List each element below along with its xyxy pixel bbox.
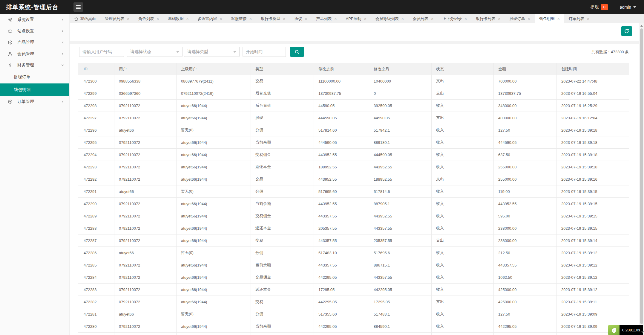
tab-label: APP滚动: [346, 16, 361, 22]
sidebar-item[interactable]: 产品管理: [0, 37, 69, 48]
table-row: 4722830792110072atuyet66(1944)返还本金17295.…: [78, 284, 629, 296]
tab-item[interactable]: 钱包明细×: [535, 14, 564, 23]
tab-item[interactable]: 提现订单×: [505, 14, 534, 23]
trace-widget[interactable]: 0.208110s: [608, 325, 643, 335]
close-icon[interactable]: ×: [305, 17, 307, 21]
close-icon[interactable]: ×: [464, 17, 467, 21]
refresh-button[interactable]: [621, 26, 632, 36]
tab-label: 提现订单: [509, 16, 525, 22]
table-cell: 444590.05: [494, 136, 557, 149]
table-cell: 205357.55: [369, 234, 432, 247]
close-icon[interactable]: ×: [587, 17, 589, 21]
tab-item[interactable]: 银行卡列表×: [471, 14, 505, 23]
close-icon[interactable]: ×: [528, 17, 530, 21]
table-row: 4722980792110072atuyet66(1944)后台充值44590.…: [78, 100, 629, 112]
table-cell: atuyet66: [114, 247, 177, 259]
close-icon[interactable]: ×: [127, 17, 129, 21]
close-icon[interactable]: ×: [364, 17, 367, 21]
tab-item[interactable]: 协议×: [290, 14, 312, 23]
close-icon[interactable]: ×: [401, 17, 404, 21]
status-select[interactable]: 请选择状态: [127, 47, 183, 57]
tab-home[interactable]: 我的桌面: [69, 14, 100, 23]
close-icon[interactable]: ×: [334, 17, 337, 21]
trace-caret-icon[interactable]: [641, 331, 644, 333]
tab-item[interactable]: APP滚动×: [341, 14, 371, 23]
table-cell: 返还本金: [251, 222, 314, 234]
table-cell: 425000.00: [494, 284, 557, 296]
cube-icon: [8, 40, 14, 45]
tab-item[interactable]: 客服链接×: [227, 14, 256, 23]
tab-item[interactable]: 上下分记录×: [438, 14, 471, 23]
table-cell: 暂无(0): [177, 308, 251, 320]
table-cell: 2023-07-19 15:39:14: [557, 234, 629, 247]
withdraw-count-badge[interactable]: 0: [601, 4, 608, 10]
tab-item[interactable]: 订单列表×: [564, 14, 594, 23]
sidebar: 系统设置站点设置产品管理会员管理财务管理提现订单钱包明细订单管理: [0, 14, 70, 335]
tab-item[interactable]: 角色列表×: [134, 14, 163, 23]
leaf-icon[interactable]: [608, 325, 620, 335]
table-cell: 0792110072: [114, 198, 177, 210]
start-time-input[interactable]: [243, 47, 286, 57]
tab-item[interactable]: 管理员列表×: [100, 14, 134, 23]
search-button[interactable]: [290, 47, 304, 57]
close-icon[interactable]: ×: [498, 17, 500, 21]
sidebar-item[interactable]: 订单管理: [0, 96, 69, 107]
table-row: 472296atuyet66暂无(0)分佣517814.60517942.1收入…: [78, 124, 629, 136]
table-cell: 2023-07-19 15:39:11: [557, 296, 629, 308]
table-row: 4722900792110072atuyet66(1944)当前余额443952…: [78, 198, 629, 210]
close-icon[interactable]: ×: [157, 17, 159, 21]
table-cell: 637.50: [494, 149, 557, 161]
app-title: 排单系统-管理后台: [6, 3, 59, 11]
table-cell: atuyet66(1944): [177, 136, 251, 149]
table-cell: 0792110072: [114, 320, 177, 333]
table-cell: 后台充值: [251, 100, 314, 112]
table-cell: 0792110072: [114, 161, 177, 173]
table-cell: 0988556338: [114, 75, 177, 87]
chevron-left-icon: [61, 52, 65, 56]
scrollbar-up-icon[interactable]: [640, 25, 643, 27]
table-cell: 0792110072: [114, 271, 177, 284]
table-cell: [177, 333, 251, 335]
table-cell: 收入: [432, 308, 494, 320]
table-cell: 2023-07-19 15:39:12: [557, 271, 629, 284]
close-icon[interactable]: ×: [186, 17, 188, 21]
scrollbar-thumb[interactable]: [640, 28, 643, 324]
table-cell: 收入: [432, 161, 494, 173]
page-scrollbar[interactable]: [639, 23, 644, 335]
table-cell: 17295.05: [369, 296, 432, 308]
tab-label: 会员列表: [413, 16, 428, 22]
sidebar-item[interactable]: 站点设置: [0, 25, 69, 37]
table-cell: 348000.00: [494, 100, 557, 112]
tab-item[interactable]: 基础数据×: [163, 14, 193, 23]
admin-menu[interactable]: admin: [620, 5, 636, 10]
sidebar-item[interactable]: 会员管理: [0, 48, 69, 60]
close-icon[interactable]: ×: [249, 17, 252, 21]
table-row: 472286atuyet66暂无(0)分佣517483.10517695.6收入…: [78, 247, 629, 259]
tab-item[interactable]: 会员等级列表×: [371, 14, 408, 23]
close-icon[interactable]: ×: [220, 17, 222, 21]
sidebar-toggle-button[interactable]: [73, 2, 83, 12]
table-cell: 2023-07-19 15:39:15: [557, 222, 629, 234]
dollar-icon: [8, 63, 14, 68]
close-icon[interactable]: ×: [431, 17, 433, 21]
sidebar-item[interactable]: 财务管理: [0, 60, 69, 71]
tab-item[interactable]: 产品列表×: [312, 14, 341, 23]
table-cell: 444590.05: [369, 149, 432, 161]
user-number-input[interactable]: [79, 47, 124, 57]
type-select[interactable]: 请选择类型: [184, 47, 240, 57]
tab-item[interactable]: 会员列表×: [408, 14, 438, 23]
table-row: 4722800792110072atuyet66(1944)当前余额442295…: [78, 320, 629, 333]
sidebar-item[interactable]: 系统设置: [0, 14, 69, 25]
table-cell: 后台充值: [251, 87, 314, 100]
close-icon[interactable]: ×: [283, 17, 285, 21]
sidebar-subitem[interactable]: 钱包明细: [0, 83, 69, 96]
table-cell: atuyet66(1944): [177, 173, 251, 185]
tab-item[interactable]: 多语言内容×: [193, 14, 227, 23]
sidebar-subitem[interactable]: 提现订单: [0, 71, 69, 83]
column-header: ID: [78, 63, 114, 75]
close-icon[interactable]: ×: [557, 17, 560, 21]
table-cell: atuyet66(1944): [177, 198, 251, 210]
table-cell: 517695.6: [369, 247, 432, 259]
wallet-detail-panel: 请选择状态 请选择类型 共有数据：472300 条 ID用户上级用户类型修改之前…: [69, 44, 639, 335]
tab-item[interactable]: 银行卡类型×: [256, 14, 290, 23]
